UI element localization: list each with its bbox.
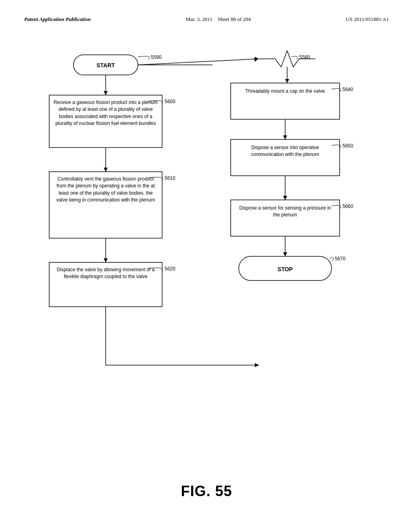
svg-marker-8 — [104, 258, 108, 262]
label-5610: 5610 — [165, 175, 175, 181]
header-patent-number: US 2011/051881 A1 — [346, 16, 389, 23]
flowchart-svg: START 5590 Receive a gaseous fission pro… — [33, 47, 380, 377]
header-publication: Patent Application Publication — [24, 16, 91, 23]
label-5580: 5580 — [299, 54, 310, 60]
box-5600-text: Receive a gaseous fission product into a… — [51, 97, 161, 130]
label-5650: 5650 — [342, 143, 353, 149]
box-5610-text: Controllably vent the gaseous fission pr… — [51, 173, 161, 206]
figure-caption: FIG. 55 — [181, 483, 232, 500]
svg-marker-17 — [283, 135, 287, 139]
diagram: START 5590 Receive a gaseous fission pro… — [33, 47, 380, 377]
svg-marker-12 — [255, 363, 259, 367]
start-label: START — [96, 62, 115, 69]
svg-marker-23 — [283, 252, 287, 256]
box-5660-text: Dispose a sensor for sensing a pressure … — [232, 202, 338, 222]
header: Patent Application Publication Mar. 3, 2… — [24, 16, 389, 23]
label-5600: 5600 — [165, 99, 175, 104]
page: Patent Application Publication Mar. 3, 2… — [0, 0, 413, 532]
label-5640: 5640 — [342, 87, 353, 92]
stop-label: STOP — [277, 266, 293, 272]
label-5660: 5660 — [342, 204, 353, 209]
label-5590: 5590 — [151, 54, 162, 60]
svg-marker-2 — [104, 91, 108, 95]
header-date-sheet: Mar. 3, 2011 Sheet 88 of 204 — [186, 16, 251, 23]
box-5650-text: Dispose a sensor into operative communic… — [232, 141, 338, 162]
label-5670: 5670 — [335, 256, 346, 262]
label-5620: 5620 — [165, 266, 175, 272]
box-5640-text: Threadably mount a cap on the valve — [232, 85, 338, 98]
box-5620-text: Displace the valve by allowing movement … — [51, 264, 161, 283]
svg-marker-20 — [283, 196, 287, 200]
svg-marker-5 — [104, 168, 108, 172]
svg-marker-14 — [285, 79, 289, 83]
